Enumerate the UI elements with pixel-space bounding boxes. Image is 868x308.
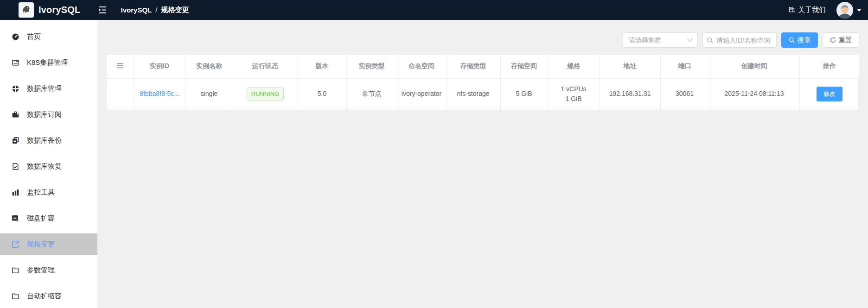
cell-namespace: ivory-operator: [397, 78, 446, 110]
sidebar-item-label: 监控工具: [27, 188, 55, 197]
user-avatar[interactable]: [836, 1, 854, 19]
column-header-storage-size: 存储空间: [500, 55, 548, 78]
about-us-button[interactable]: 关于我们: [788, 6, 826, 14]
briefcase-icon: [11, 111, 19, 119]
bar-chart-icon: [11, 189, 19, 197]
breadcrumb: IvorySQL / 规格变更: [121, 6, 189, 14]
cell-port: 30061: [660, 78, 709, 110]
copy-document-icon: [11, 137, 19, 145]
sidebar-item-auto-scale[interactable]: 自动扩缩容: [0, 285, 97, 307]
building-icon: [788, 6, 795, 14]
sidebar-item-home[interactable]: 首页: [0, 26, 97, 48]
cell-created-at: 2025-11-24 08:11:13: [709, 78, 799, 110]
column-header-namespace: 命名空间: [397, 55, 446, 78]
sidebar-item-database-restore[interactable]: 数据库恢复: [0, 156, 97, 177]
cell-address: 192.168.31.31: [600, 78, 660, 110]
refresh-icon: [830, 37, 836, 43]
cluster-select-placeholder: 请选择集群: [629, 36, 687, 44]
main-content: 请选择集群 搜索 重置 实例ID实例名称运行状态版本: [97, 20, 868, 308]
folder-icon: [11, 266, 19, 275]
column-header-address: 地址: [600, 55, 660, 78]
instance-id-link[interactable]: 8fbba8f8-5c...: [140, 90, 179, 97]
column-header-storage-type: 存储类型: [446, 55, 500, 78]
sidebar-item-label: 数据库管理: [27, 84, 62, 93]
app-title: IvorySQL: [38, 5, 81, 15]
top-navbar: IvorySQL IvorySQL / 规格变更 关于我们: [0, 0, 868, 20]
column-header-version: 版本: [298, 55, 346, 78]
sidebar-item-label: 数据库恢复: [27, 162, 62, 171]
modify-button[interactable]: 修改: [817, 87, 842, 101]
column-header-instance-id: 实例ID: [134, 55, 185, 78]
cluster-select[interactable]: 请选择集群: [623, 32, 698, 48]
breadcrumb-root[interactable]: IvorySQL: [121, 6, 152, 14]
about-us-label: 关于我们: [798, 6, 826, 14]
sidebar-item-param-manage[interactable]: 参数管理: [0, 259, 97, 281]
search-field: [702, 32, 777, 48]
cell-instance-name: single: [185, 78, 233, 110]
search-button-label: 搜索: [798, 36, 811, 44]
sidebar-item-label: 首页: [27, 32, 41, 41]
column-header-action: 操作: [799, 55, 859, 78]
sidebar-item-label: 规格变更: [27, 240, 55, 249]
sidebar-item-database-subscribe[interactable]: 数据库订阅: [0, 104, 97, 126]
chevron-down-icon: [687, 38, 693, 42]
sidebar: 首页K8S集群管理数据库管理数据库订阅数据库备份数据库恢复监控工具磁盘扩容规格变…: [0, 20, 97, 308]
external-link-icon: [11, 240, 19, 249]
cell-status: RUNNING: [233, 78, 298, 110]
filter-bar: 请选择集群 搜索 重置: [623, 32, 859, 48]
sidebar-item-disk-expand[interactable]: 磁盘扩容: [0, 207, 97, 229]
instances-table: 实例ID实例名称运行状态版本实例类型命名空间存储类型存储空间规格地址端口创建时间…: [106, 54, 859, 110]
elephant-logo-icon: [20, 3, 32, 17]
sidebar-item-spec-change[interactable]: 规格变更: [0, 233, 97, 255]
search-button[interactable]: 搜索: [781, 32, 818, 48]
sidebar-item-monitor-tools[interactable]: 监控工具: [0, 182, 97, 203]
cluster-card-icon: [11, 59, 19, 67]
spec-value: 1 vCPUs1 GiB: [561, 85, 586, 103]
reset-button-label: 重置: [839, 36, 852, 44]
segmented-circle-icon: [11, 85, 19, 93]
breadcrumb-current: 规格变更: [161, 6, 189, 14]
app-logo[interactable]: [19, 2, 34, 18]
cell-action: 修改: [799, 78, 859, 110]
sidebar-item-label: 参数管理: [27, 266, 55, 275]
table-header-row: 实例ID实例名称运行状态版本实例类型命名空间存储类型存储空间规格地址端口创建时间…: [107, 55, 859, 78]
sidebar-item-label: 磁盘扩容: [27, 214, 55, 223]
column-header-instance-type: 实例类型: [346, 55, 397, 78]
status-badge: RUNNING: [247, 88, 284, 101]
cell-expand: [107, 78, 134, 110]
sidebar-item-label: 数据库备份: [27, 136, 62, 145]
search-icon: [707, 37, 713, 44]
column-header-created-at: 创建时间: [709, 55, 799, 78]
search-input[interactable]: [716, 37, 772, 44]
chevron-down-icon[interactable]: [857, 9, 862, 12]
cell-version: 5.0: [298, 78, 346, 110]
table-row: 8fbba8f8-5c...singleRUNNING5.0单节点ivory-o…: [107, 78, 859, 110]
cell-instance-id: 8fbba8f8-5c...: [134, 78, 185, 110]
disk-edit-icon: [11, 214, 19, 223]
column-header-instance-name: 实例名称: [185, 55, 233, 78]
search-icon: [789, 37, 795, 43]
expand-rows-icon[interactable]: [117, 63, 123, 69]
cell-storage-size: 5 GiB: [500, 78, 548, 110]
breadcrumb-separator: /: [155, 6, 157, 14]
cell-spec: 1 vCPUs1 GiB: [548, 78, 600, 110]
sidebar-item-label: 自动扩缩容: [27, 292, 62, 301]
sidebar-item-k8s-cluster[interactable]: K8S集群管理: [0, 52, 97, 74]
sidebar-item-label: K8S集群管理: [27, 58, 68, 67]
dashboard-icon: [11, 33, 19, 41]
sidebar-item-database-manage[interactable]: 数据库管理: [0, 78, 97, 100]
column-header-expand: [107, 55, 134, 78]
column-header-status: 运行状态: [233, 55, 298, 78]
sidebar-item-label: 数据库订阅: [27, 110, 62, 119]
column-header-port: 端口: [660, 55, 709, 78]
column-header-spec: 规格: [548, 55, 600, 78]
folder-icon: [11, 292, 19, 301]
cell-instance-type: 单节点: [346, 78, 397, 110]
menu-fold-icon[interactable]: [98, 6, 107, 14]
sidebar-item-database-backup[interactable]: 数据库备份: [0, 130, 97, 151]
cell-storage-type: nfs-storage: [446, 78, 500, 110]
document-check-icon: [11, 163, 19, 171]
reset-button[interactable]: 重置: [823, 32, 859, 48]
